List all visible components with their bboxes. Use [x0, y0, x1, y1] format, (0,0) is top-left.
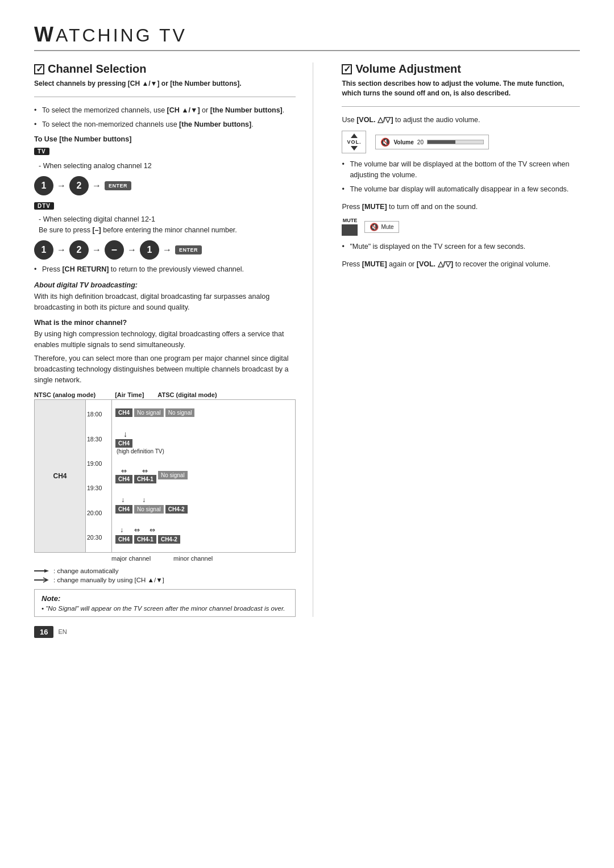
legend-manual-text: : change manually by using [CH ▲/▼]	[53, 577, 164, 583]
vol-button-box: VOL.	[342, 131, 366, 153]
ch4-block-1: CH4	[115, 408, 132, 417]
volume-adjustment-section: Volume Adjustment This section describes…	[336, 62, 580, 617]
vol-bar-area: 🔇 Volume 20	[375, 135, 489, 149]
volume-title: Volume Adjustment	[342, 62, 580, 76]
volume-label-text: Volume	[393, 139, 413, 145]
no-signal-1: No signal	[134, 408, 164, 417]
channel-bullets: To select the memorized channels, use [C…	[34, 105, 296, 130]
mute-bullet-1: "Mute" is displayed on the TV screen for…	[342, 241, 580, 252]
chart-container: CH4 18:00 18:30 19:00 19:30 20:00 20:30	[34, 399, 296, 553]
minor-channel-heading: What is the minor channel?	[34, 319, 296, 327]
atsc-row-4: ↓ ↓ CH4 No signal CH4-2	[115, 496, 292, 514]
channel-chart-area: NTSC (analog mode) [Air Time] ATSC (digi…	[34, 391, 296, 562]
page-header: WATCHING TV	[34, 23, 580, 51]
mute-instruction: Press [MUTE] to turn off and on the soun…	[342, 202, 580, 212]
two-col-layout: Channel Selection Select channels by pre…	[34, 62, 580, 617]
atsc-label: ATSC (digital mode)	[157, 391, 217, 398]
time-2000: 20:00	[87, 510, 110, 516]
volume-bar	[427, 140, 484, 144]
tv-badge: TV	[34, 148, 49, 155]
volume-number: 20	[417, 139, 424, 145]
note-text: • "No Signal" will appear on the TV scre…	[42, 605, 288, 612]
volume-diagram: VOL. 🔇 Volume 20	[342, 131, 580, 153]
atsc-column: CH4 No signal No signal ↓ CH4 (high defi…	[112, 400, 295, 552]
volume-subtitle: This section describes how to adjust the…	[342, 79, 580, 98]
digital-tv-heading: About digital TV broadcasting:	[34, 281, 296, 289]
solid-arrow-icon	[34, 567, 51, 574]
dtv-note: - When selecting digital channel 12-1Be …	[34, 214, 296, 236]
no-signal-2: No signal	[165, 408, 195, 417]
arrow-down-2: ↓	[121, 496, 125, 504]
vol-bullet-2: The volume bar display will automaticall…	[342, 184, 580, 195]
checkbox-icon	[34, 64, 44, 74]
legend-auto-text: : change automatically	[53, 567, 118, 574]
minor-text-1: By using high compression technology, di…	[34, 329, 296, 350]
major-channel-label: major channel	[111, 555, 151, 562]
hd-label: (high definition TV)	[117, 448, 164, 454]
arrow-lr-3: ⇔	[134, 526, 140, 534]
auto-legend: : change automatically	[34, 567, 296, 574]
volume-bullets: The volume bar will be displayed at the …	[342, 159, 580, 194]
ch-return-list: • Press [CH RETURN] to return to the pre…	[34, 264, 296, 275]
arrow-2: →	[92, 181, 101, 191]
mute-button-group: MUTE	[342, 218, 358, 236]
mute-button	[342, 224, 358, 236]
channel-selection-heading: Channel Selection	[48, 62, 146, 76]
atsc-row-1: CH4 No signal No signal	[115, 408, 292, 417]
arrow-1: →	[57, 181, 66, 191]
air-label: [Air Time]	[115, 391, 144, 398]
page: WATCHING TV Channel Selection Select cha…	[0, 0, 614, 661]
number-buttons-heading: To Use [the Number buttons]	[34, 135, 296, 143]
page-footer: 16 EN	[34, 626, 580, 638]
mute-label-text: MUTE	[343, 218, 358, 223]
volume-bar-fill	[428, 140, 455, 144]
ch-btn-1: 1	[34, 176, 53, 195]
mute-bullets: "Mute" is displayed on the TV screen for…	[342, 241, 580, 252]
mute-screen-box: 🔇 Mute	[364, 221, 399, 233]
ch-btn-2b: 2	[69, 240, 89, 260]
no-signal-3: No signal	[158, 471, 188, 479]
dtv-channel-row: 1 → 2 → – → 1 → ENTER	[34, 240, 296, 260]
time-1900: 19:00	[87, 460, 110, 467]
divider-2	[342, 106, 580, 107]
volume-checkbox-icon	[342, 64, 352, 74]
ch-btn-1c: 1	[140, 240, 159, 260]
time-1930: 19:30	[87, 485, 110, 491]
channel-bullet-2: To select the non-memorized channels use…	[34, 119, 296, 130]
dtv-badge: DTV	[34, 202, 54, 210]
ch4-1-block-2: CH4-1	[134, 535, 156, 544]
vol-label: VOL.	[347, 139, 361, 145]
title-big-letter: W	[34, 23, 56, 46]
arrow-4: →	[92, 245, 101, 255]
arrow-lr-1: ⇔	[121, 467, 127, 475]
divider-1	[34, 97, 296, 97]
ch4-2-block-2: CH4-2	[158, 535, 180, 544]
channel-selection-subtitle: Select channels by pressing [CH ▲/▼] or …	[34, 79, 296, 89]
minor-text-2: Therefore, you can select more than one …	[34, 353, 296, 385]
volume-heading: Volume Adjustment	[355, 62, 461, 76]
arrow-6: →	[163, 245, 172, 255]
time-column: 18:00 18:30 19:00 19:30 20:00 20:30	[86, 400, 112, 552]
arrow-5: →	[127, 245, 136, 255]
svg-marker-1	[44, 569, 49, 573]
arrow-lr-4: ⇔	[150, 526, 155, 534]
title-rest: ATCHING TV	[56, 25, 187, 45]
atsc-row-3: ⇔ CH4 ⇔ CH4-1 No signal	[115, 467, 292, 483]
tv-channel-row: 1 → 2 → ENTER	[34, 176, 296, 195]
page-title: WATCHING TV	[34, 23, 580, 47]
enter-btn-dtv: ENTER	[175, 245, 202, 254]
atsc-row-2: ↓ CH4 (high definition TV)	[115, 429, 292, 454]
note-box: Note: • "No Signal" will appear on the T…	[34, 589, 296, 617]
vol-down-triangle	[351, 146, 358, 151]
tv-note: - When selecting analog channel 12	[34, 161, 296, 172]
atsc-row-5: ↓ ⇔ ⇔ CH4 CH4-1 CH4-2	[115, 526, 292, 544]
ch4-block-2: CH4	[115, 439, 132, 448]
speaker-icon: 🔇	[380, 137, 390, 147]
note-title: Note:	[42, 594, 288, 603]
minor-channel-label: minor channel	[173, 555, 213, 562]
arrow-lr-2: ⇔	[142, 467, 148, 475]
ch4-block-4: CH4	[115, 505, 132, 514]
chart-bottom-labels: major channel minor channel	[34, 555, 296, 562]
vol-up-triangle	[351, 133, 358, 138]
enter-btn-tv: ENTER	[105, 181, 131, 190]
